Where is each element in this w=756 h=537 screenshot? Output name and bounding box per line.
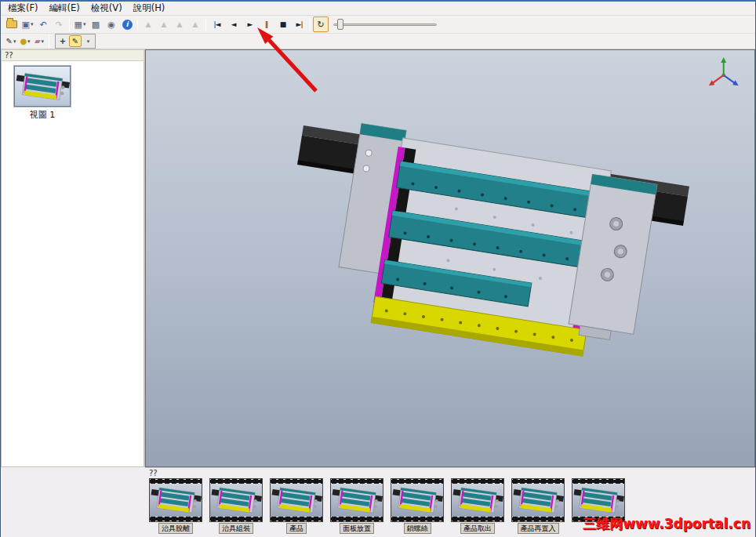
export-button[interactable]: ▣ ▾	[20, 16, 35, 32]
move-tool-button[interactable]: +	[56, 35, 69, 47]
keyframe-icon: ▲	[177, 20, 183, 28]
animation-clip-8[interactable]	[572, 478, 625, 533]
toolbar-separator	[137, 18, 138, 31]
redo-icon: ↷	[55, 20, 62, 30]
eraser-icon: ▰	[35, 37, 41, 45]
menu-help[interactable]: 說明(H)	[128, 2, 171, 15]
view-layout-button[interactable]: ▦ ▾	[72, 16, 88, 32]
move-icon: +	[60, 37, 66, 45]
keyframe-button-3[interactable]: ▲	[172, 16, 187, 32]
chevron-down-icon: ▾	[87, 38, 90, 45]
annotation-tool-group: + ✎ ▾	[55, 34, 96, 49]
clip-label: 面板放置	[340, 523, 374, 534]
keyframe-button-2[interactable]: ▲	[156, 16, 172, 32]
view-thumbnail[interactable]	[14, 66, 71, 107]
pen-style-button[interactable]: ✎ ▾	[4, 34, 18, 48]
toolbar-separator	[49, 34, 49, 48]
clip-label: 產品取出	[460, 523, 495, 534]
orientation-gizmo[interactable]	[709, 57, 739, 85]
animation-clip-1[interactable]: 治具脫離	[149, 478, 202, 534]
eraser-button[interactable]: ▰ ▾	[32, 34, 46, 48]
timeline-slider[interactable]	[333, 18, 437, 31]
redo-button[interactable]: ↷	[51, 16, 67, 32]
shape-icon: ●	[20, 37, 27, 45]
pencil-icon: ✎	[72, 37, 78, 45]
draw-tool-button[interactable]: ✎	[69, 35, 82, 47]
filmstrip-frame	[330, 478, 383, 522]
open-button[interactable]	[4, 16, 20, 32]
chevron-down-icon: ▾	[83, 21, 86, 27]
toolbar-separator	[310, 18, 311, 31]
snapshot-button[interactable]: ◉	[104, 16, 119, 32]
animation-clip-list: 治具脫離 治具組裝 產品	[147, 478, 753, 534]
chevron-down-icon: ▾	[42, 38, 45, 45]
keyframe-icon: ▲	[146, 20, 151, 28]
views-panel-header: ??	[1, 49, 144, 61]
shape-style-button[interactable]: ● ▾	[18, 34, 32, 48]
chevron-down-icon: ▾	[31, 21, 34, 27]
animation-clip-5[interactable]: 鎖螺絲	[391, 478, 444, 534]
clip-label: 鎖螺絲	[404, 523, 431, 534]
undo-icon: ↶	[39, 20, 46, 30]
view-thumbnail-model	[15, 67, 70, 106]
render-mode-button[interactable]: ▩	[88, 16, 104, 32]
toolbar-separator	[205, 18, 206, 31]
animations-panel-header: ??	[147, 469, 753, 478]
filmstrip-frame	[572, 478, 625, 522]
menu-bar: 檔案(F) 編輯(E) 檢視(V) 說明(H)	[1, 2, 755, 16]
pause-button[interactable]: ‖	[258, 16, 274, 32]
play-button[interactable]: ►	[242, 16, 258, 32]
more-tools-button[interactable]: ▾	[82, 35, 94, 47]
viewport-3d[interactable]	[145, 49, 755, 467]
go-to-end-button[interactable]: ►|	[291, 16, 307, 32]
views-panel: ?? 視圖 1	[1, 49, 145, 467]
clip-label: 治具脫離	[158, 523, 193, 534]
pen-icon: ✎	[6, 37, 13, 45]
open-folder-icon	[6, 20, 17, 28]
animation-clip-4[interactable]: 面板放置	[330, 478, 383, 534]
grid-icon: ▦	[75, 20, 82, 30]
timeline-slider-track	[333, 24, 437, 26]
animations-panel: ?? 治具脫離 治具組裝	[145, 467, 755, 537]
step-back-button[interactable]: ◄	[225, 16, 242, 32]
clip-label: 治具組裝	[219, 523, 253, 534]
camera-icon: ◉	[107, 20, 115, 30]
keyframe-icon: ▲	[193, 20, 198, 28]
loop-playback-button[interactable]: ↻	[313, 16, 329, 32]
pause-icon: ‖	[265, 20, 268, 28]
filmstrip-frame	[451, 478, 504, 522]
filmstrip-frame	[511, 478, 565, 522]
view-item[interactable]: 視圖 1	[5, 66, 80, 121]
film-holes	[512, 517, 564, 521]
animation-clip-2[interactable]: 治具組裝	[209, 478, 263, 534]
views-panel-body: 視圖 1	[1, 61, 144, 467]
animation-clip-6[interactable]: 產品取出	[451, 478, 504, 534]
animation-clip-7[interactable]: 產品再置入	[511, 478, 565, 534]
timeline-slider-thumb[interactable]	[337, 19, 343, 30]
go-to-start-icon: |◄	[214, 20, 220, 28]
keyframe-icon: ▲	[162, 20, 167, 28]
keyframe-button-4[interactable]: ▲	[187, 16, 203, 32]
main-toolbar: ▣ ▾ ↶ ↷ ▦ ▾ ▩ ◉ i ▲ ▲ ▲	[1, 16, 755, 34]
film-holes	[452, 517, 503, 521]
menu-view[interactable]: 檢視(V)	[85, 2, 128, 15]
export-icon: ▣	[22, 20, 30, 30]
stop-icon: ■	[280, 20, 286, 28]
toolbar-separator	[69, 18, 70, 31]
film-holes	[391, 517, 443, 521]
film-holes	[150, 517, 202, 521]
go-to-end-icon: ►|	[296, 20, 303, 28]
go-to-start-button[interactable]: |◄	[209, 16, 225, 32]
keyframe-button-1[interactable]: ▲	[140, 16, 156, 32]
undo-button[interactable]: ↶	[35, 16, 51, 32]
menu-edit[interactable]: 編輯(E)	[44, 2, 85, 15]
animation-clip-3[interactable]: 產品	[270, 478, 323, 534]
info-button[interactable]: i	[119, 16, 135, 32]
stop-button[interactable]: ■	[274, 16, 291, 32]
film-holes	[271, 517, 322, 521]
clip-label: 產品再置入	[518, 523, 559, 534]
app-window: 檔案(F) 編輯(E) 檢視(V) 說明(H) ▣ ▾ ↶ ↷ ▦ ▾ ▩ ◉	[0, 0, 756, 537]
chevron-down-icon: ▾	[13, 38, 16, 45]
film-holes	[331, 517, 383, 521]
menu-file[interactable]: 檔案(F)	[2, 2, 44, 15]
